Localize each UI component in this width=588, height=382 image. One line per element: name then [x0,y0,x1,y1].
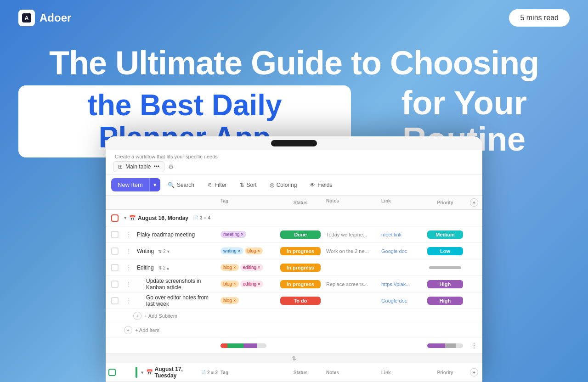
row3-priority[interactable] [424,266,466,269]
add-subitem-row[interactable]: + + Add Subitem [106,309,482,323]
coloring-label: Coloring [277,182,297,188]
group-checkbox[interactable] [106,214,124,222]
group2-chevron[interactable]: ▾ [141,370,143,375]
row5-tags: blog × [218,297,277,304]
table-row: ⋮ Update screenshots in Kanban article b… [106,276,482,292]
group-chevron[interactable]: ▾ [124,215,126,220]
search-button[interactable]: 🔍 Search [162,179,200,191]
tag-blog[interactable]: blog × [245,247,263,254]
table-more-icon: ••• [153,163,159,170]
drag-icon: ⋮ [126,281,131,287]
th-check [106,196,124,209]
priority-low: Low [427,247,463,255]
logo-text: Adoer [40,11,71,24]
new-item-button[interactable]: New Item ▾ [111,178,160,191]
status-inprogress: In progress [280,264,321,272]
group2-checkbox[interactable] [108,369,116,376]
group2-date-icon: 📅 [146,369,153,376]
settings-icon[interactable]: ⚙ [168,163,174,170]
fields-button[interactable]: 👁 Fields [304,179,338,191]
tag-editing[interactable]: editing × [240,264,263,271]
add-item-row[interactable]: + + Add Item [106,323,482,337]
th-tag: Tag [218,196,277,209]
row4-check[interactable] [106,281,124,288]
tablet-top-bar [106,136,482,150]
row5-priority[interactable]: High [424,297,466,305]
row5-check[interactable] [106,297,124,304]
row4-link[interactable]: https://plak... [379,281,424,287]
row4-status[interactable]: In progress [277,280,323,288]
workflow-hint: Create a workflow that fits your specifi… [113,154,475,159]
row3-tags: blog × editing × [218,264,277,271]
th-notes2: Notes [326,370,339,375]
add-col2-icon[interactable]: + [470,368,478,376]
row5-name[interactable]: Go over editor notes from last week [133,294,218,307]
row5-drag: ⋮ [124,298,133,304]
row2-status[interactable]: In progress [277,247,323,255]
group-date-icon: 📅 [129,215,136,221]
coloring-icon: ◎ [270,182,274,188]
row1-name[interactable]: Plaky roadmap meeting [133,231,218,238]
th-add[interactable]: + [466,196,482,209]
row4-name[interactable]: Update screenshots in Kanban article [133,278,218,291]
row3-check[interactable] [106,264,124,271]
row5-status[interactable]: To do [277,297,323,305]
sort-button[interactable]: ⇅ Sort [234,179,262,191]
status-todo: To do [280,297,321,305]
filter-button[interactable]: ⚟ Filter [202,179,232,191]
row3-status[interactable]: In progress [277,264,323,272]
date2-priority-col: Priority [424,370,466,375]
search-label: Search [177,182,194,188]
table-label: Main table [125,163,151,170]
coloring-button[interactable]: ◎ Coloring [264,179,303,191]
row1-check[interactable] [106,231,124,238]
more-icon[interactable]: ⋮ [471,342,477,349]
tablet-notch [271,140,317,146]
fields-icon: 👁 [310,182,315,188]
sort-icon: ⇅ [240,182,244,188]
sort-label: Sort [247,182,257,188]
th-priority: Priority [424,196,466,209]
row2-link[interactable]: Google doc [379,248,424,254]
tag-blog[interactable]: blog × [220,264,239,271]
app-header-top: ⊞ Main table ••• ⚙ [113,161,475,172]
subitem2-icon: ≡ [211,370,214,375]
date2-add-col[interactable]: + [466,368,482,376]
logo: A Adoer [18,10,71,26]
row3-name[interactable]: Editing ⇅ 2 ▴ [133,264,218,271]
group-date-label: August 16, Monday [138,215,188,221]
row1-status[interactable]: Done [277,230,323,239]
scroll-up-down-icon[interactable]: ⇅ [292,355,296,362]
row2-priority[interactable]: Low [424,247,466,255]
drag-icon: ⋮ [126,248,131,254]
row5-link[interactable]: Google doc [379,298,424,303]
subcount: ⇅ 2 ▾ [158,249,169,254]
filter-icon: ⚟ [207,182,212,188]
row2-name[interactable]: Writing ⇅ 2 ▾ [133,248,218,254]
priority-gray [429,266,461,269]
progress-more[interactable]: ⋮ [466,342,482,349]
row1-drag: ⋮ [124,231,133,238]
tag-blog[interactable]: blog × [220,281,239,287]
tag-blog[interactable]: blog × [220,297,239,304]
progress-tag-col [218,343,277,348]
svg-text:A: A [24,15,29,22]
date-bar-green [136,367,137,378]
tag-meeting[interactable]: meeting × [220,231,246,238]
search-icon: 🔍 [168,182,175,188]
date-group-row-1: ▾ 📅 August 16, Monday 📄 3 ≡ 4 [106,210,482,226]
main-table-tab[interactable]: ⊞ Main table ••• [113,161,164,172]
row1-priority[interactable]: Medium [424,230,466,239]
add-column-icon[interactable]: + [470,198,478,207]
row4-priority[interactable]: High [424,280,466,288]
row1-link[interactable]: meet link [379,232,424,237]
tag-writing[interactable]: writing × [220,247,243,254]
th-notes: Notes [323,196,379,209]
app-inner: Create a workflow that fits your specifi… [106,150,482,382]
tag-editing[interactable]: editing × [240,281,263,287]
new-item-dropdown-arrow[interactable]: ▾ [149,178,160,191]
checkbox-icon [111,264,119,271]
row2-check[interactable] [106,247,124,255]
subcount: ⇅ 2 ▴ [158,265,169,270]
checkbox-icon [111,247,119,255]
